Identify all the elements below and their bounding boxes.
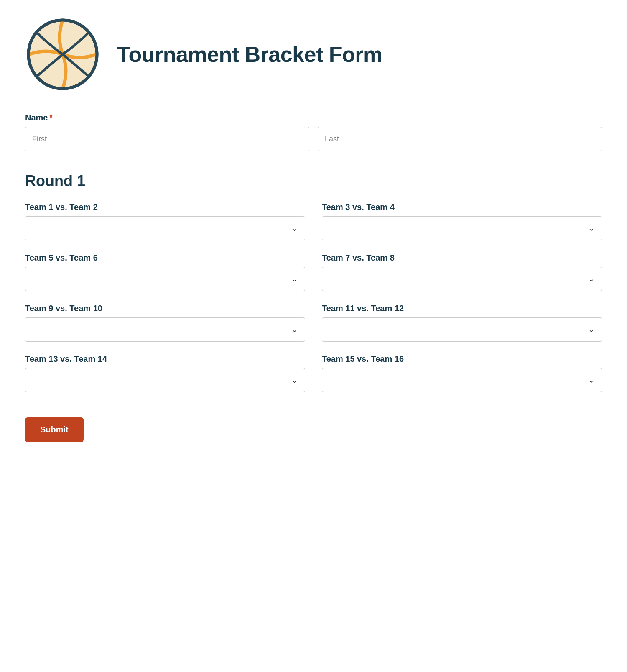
select-wrapper-6: Team 11Team 12⌄ — [322, 317, 602, 342]
required-indicator: * — [49, 113, 52, 122]
name-inputs — [25, 127, 602, 151]
select-wrapper-7: Team 13Team 14⌄ — [25, 368, 305, 392]
matchup-label-3: Team 5 vs. Team 6 — [25, 253, 305, 263]
page-title: Tournament Bracket Form — [117, 42, 382, 67]
submit-button[interactable]: Submit — [25, 417, 84, 442]
matchups-grid: Team 1 vs. Team 2Team 1Team 2⌄Team 3 vs.… — [25, 202, 602, 392]
matchup-select-1[interactable]: Team 1Team 2 — [25, 216, 305, 240]
matchup-group-4: Team 7 vs. Team 8Team 7Team 8⌄ — [322, 253, 602, 291]
form: Name * Round 1 Team 1 vs. Team 2Team 1Te… — [25, 113, 602, 442]
select-wrapper-4: Team 7Team 8⌄ — [322, 267, 602, 291]
matchup-select-8[interactable]: Team 15Team 16 — [322, 368, 602, 392]
matchup-label-2: Team 3 vs. Team 4 — [322, 202, 602, 212]
round1-section: Round 1 Team 1 vs. Team 2Team 1Team 2⌄Te… — [25, 172, 602, 392]
basketball-icon — [25, 17, 100, 92]
matchup-group-3: Team 5 vs. Team 6Team 5Team 6⌄ — [25, 253, 305, 291]
select-wrapper-8: Team 15Team 16⌄ — [322, 368, 602, 392]
matchup-select-3[interactable]: Team 5Team 6 — [25, 267, 305, 291]
matchup-label-1: Team 1 vs. Team 2 — [25, 202, 305, 212]
matchup-label-5: Team 9 vs. Team 10 — [25, 304, 305, 313]
round1-title: Round 1 — [25, 172, 602, 190]
matchup-select-4[interactable]: Team 7Team 8 — [322, 267, 602, 291]
matchup-select-5[interactable]: Team 9Team 10 — [25, 317, 305, 342]
name-label: Name * — [25, 113, 602, 123]
page-header: Tournament Bracket Form — [25, 17, 602, 92]
matchup-group-8: Team 15 vs. Team 16Team 15Team 16⌄ — [322, 354, 602, 392]
matchup-group-5: Team 9 vs. Team 10Team 9Team 10⌄ — [25, 304, 305, 342]
matchup-group-7: Team 13 vs. Team 14Team 13Team 14⌄ — [25, 354, 305, 392]
first-name-input[interactable] — [25, 127, 309, 151]
matchup-group-1: Team 1 vs. Team 2Team 1Team 2⌄ — [25, 202, 305, 240]
matchup-select-2[interactable]: Team 3Team 4 — [322, 216, 602, 240]
matchup-group-2: Team 3 vs. Team 4Team 3Team 4⌄ — [322, 202, 602, 240]
matchup-label-4: Team 7 vs. Team 8 — [322, 253, 602, 263]
select-wrapper-1: Team 1Team 2⌄ — [25, 216, 305, 240]
matchup-label-7: Team 13 vs. Team 14 — [25, 354, 305, 364]
name-section: Name * — [25, 113, 602, 151]
matchup-label-6: Team 11 vs. Team 12 — [322, 304, 602, 313]
last-name-input[interactable] — [318, 127, 602, 151]
select-wrapper-3: Team 5Team 6⌄ — [25, 267, 305, 291]
matchup-select-7[interactable]: Team 13Team 14 — [25, 368, 305, 392]
matchup-group-6: Team 11 vs. Team 12Team 11Team 12⌄ — [322, 304, 602, 342]
select-wrapper-5: Team 9Team 10⌄ — [25, 317, 305, 342]
select-wrapper-2: Team 3Team 4⌄ — [322, 216, 602, 240]
matchup-label-8: Team 15 vs. Team 16 — [322, 354, 602, 364]
matchup-select-6[interactable]: Team 11Team 12 — [322, 317, 602, 342]
submit-section: Submit — [25, 417, 602, 442]
